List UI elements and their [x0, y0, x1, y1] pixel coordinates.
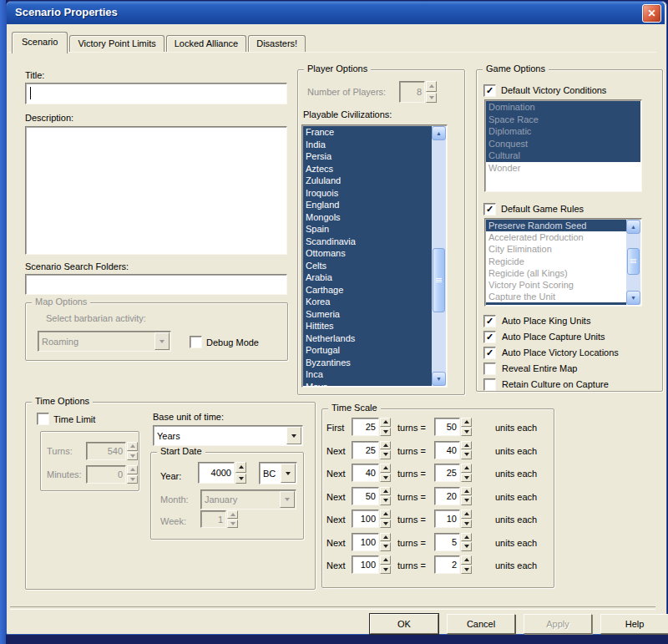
- civ-item-portugal[interactable]: Portugal: [303, 344, 432, 357]
- rule-item-regicide-all-kings[interactable]: Regicide (all Kings): [486, 267, 626, 279]
- civ-item-sumeria[interactable]: Sumeria: [303, 308, 432, 321]
- spin-down-button[interactable]: [461, 496, 472, 505]
- spin-up-button[interactable]: [461, 555, 472, 565]
- rule-item-accelerated-production[interactable]: Accelerated Production: [486, 231, 626, 243]
- spin-down-button[interactable]: [380, 565, 391, 575]
- scroll-up-button[interactable]: ▲: [626, 220, 640, 234]
- units-count-spinner[interactable]: 40: [434, 441, 472, 459]
- ok-button[interactable]: OK: [370, 614, 438, 634]
- year-spinner[interactable]: 4000: [198, 462, 246, 484]
- checkbox-auto-place-king-units[interactable]: ✓: [483, 315, 496, 327]
- civ-item-aztecs[interactable]: Aztecs: [303, 163, 432, 175]
- units-count-spinner[interactable]: 5: [434, 533, 472, 551]
- units-count-spinner-buttons[interactable]: [461, 464, 472, 482]
- rule-item-item[interactable]: [486, 302, 626, 305]
- scroll-thumb[interactable]: [433, 248, 445, 312]
- tab-victory-point-limits[interactable]: Victory Point Limits: [69, 35, 164, 53]
- victory-item-diplomatic[interactable]: Diplomatic: [486, 125, 640, 138]
- spin-up-button[interactable]: [461, 533, 472, 542]
- spin-down-button[interactable]: [461, 428, 472, 437]
- default-victory-conditions-checkbox[interactable]: ✓: [483, 84, 496, 97]
- turns-count-spinner[interactable]: 100: [352, 555, 391, 574]
- spin-up-button[interactable]: [461, 418, 472, 427]
- civ-item-zululand[interactable]: Zululand: [303, 175, 432, 187]
- spin-up-button[interactable]: [380, 418, 391, 427]
- turns-count-spinner-buttons[interactable]: [380, 555, 391, 574]
- spin-up-button[interactable]: [461, 441, 472, 450]
- checkbox-auto-place-capture-units[interactable]: ✓: [483, 331, 496, 343]
- turns-count-spinner-buttons[interactable]: [380, 510, 391, 528]
- units-count-spinner-buttons[interactable]: [461, 533, 472, 551]
- turns-count-spinner-buttons[interactable]: [380, 441, 391, 459]
- turns-count-spinner-buttons[interactable]: [380, 464, 391, 482]
- spin-up-button[interactable]: [461, 487, 472, 496]
- civ-item-arabia[interactable]: Arabia: [303, 271, 432, 284]
- rule-item-capture-the-unit[interactable]: Capture the Unit: [486, 291, 626, 302]
- checkbox-reveal-entire-map[interactable]: [483, 363, 496, 375]
- rule-item-preserve-random-seed[interactable]: Preserve Random Seed: [486, 220, 626, 231]
- spin-up-button[interactable]: [380, 464, 391, 473]
- civ-item-celts[interactable]: Celts: [303, 260, 432, 272]
- title-input[interactable]: [25, 83, 287, 104]
- civ-item-scandinavia[interactable]: Scandinavia: [303, 236, 432, 248]
- rules-list-scrollbar[interactable]: ▲ ▼: [626, 220, 640, 305]
- checkbox-retain-culture-on-capture[interactable]: [483, 378, 496, 391]
- spin-down-button[interactable]: [235, 474, 246, 484]
- civ-item-ottomans[interactable]: Ottomans: [303, 247, 432, 260]
- description-textarea[interactable]: [25, 126, 287, 255]
- turns-count-spinner[interactable]: 100: [352, 510, 391, 528]
- units-count-spinner[interactable]: 25: [434, 464, 472, 482]
- search-folders-input[interactable]: [25, 274, 287, 295]
- victory-item-conquest[interactable]: Conquest: [486, 138, 640, 150]
- spin-up-button[interactable]: [380, 510, 391, 519]
- playable-civilizations-listbox[interactable]: FranceIndiaPersiaAztecsZululandIroquoisE…: [301, 124, 448, 388]
- turns-count-spinner-buttons[interactable]: [380, 487, 391, 505]
- tab-scenario[interactable]: Scenario: [12, 32, 68, 53]
- civ-item-inca[interactable]: Inca: [303, 368, 432, 381]
- units-count-spinner-buttons[interactable]: [461, 487, 472, 505]
- game-rules-listbox[interactable]: Preserve Random SeedAccelerated Producti…: [484, 218, 642, 307]
- spin-down-button[interactable]: [380, 496, 391, 505]
- units-count-spinner-buttons[interactable]: [461, 441, 472, 459]
- civ-item-carthage[interactable]: Carthage: [303, 284, 432, 297]
- spin-up-button[interactable]: [235, 462, 246, 473]
- spin-down-button[interactable]: [461, 474, 472, 483]
- dropdown-arrow-button[interactable]: [281, 464, 296, 483]
- civ-item-korea[interactable]: Korea: [303, 296, 432, 308]
- rule-item-city-elimination[interactable]: City Elimination: [486, 243, 626, 255]
- spin-down-button[interactable]: [461, 542, 472, 551]
- civ-item-mongols[interactable]: Mongols: [303, 211, 432, 224]
- victory-item-cultural[interactable]: Cultural: [486, 150, 640, 162]
- scroll-up-button[interactable]: ▲: [432, 126, 446, 140]
- spin-up-button[interactable]: [380, 487, 391, 496]
- scroll-down-button[interactable]: ▼: [432, 372, 446, 386]
- turns-count-spinner[interactable]: 50: [352, 487, 391, 505]
- spin-up-button[interactable]: [380, 555, 391, 565]
- spin-down-button[interactable]: [461, 565, 472, 575]
- turns-count-spinner[interactable]: 100: [352, 533, 391, 551]
- turns-count-spinner[interactable]: 40: [352, 464, 391, 482]
- base-unit-combo[interactable]: Years: [153, 425, 303, 446]
- tab-disasters[interactable]: Disasters!: [248, 35, 306, 53]
- units-count-spinner-buttons[interactable]: [461, 418, 472, 436]
- spin-up-button[interactable]: [380, 533, 391, 542]
- units-count-spinner[interactable]: 2: [434, 555, 472, 574]
- scroll-down-button[interactable]: ▼: [626, 291, 640, 305]
- victory-item-space-race[interactable]: Space Race: [486, 114, 640, 126]
- spin-down-button[interactable]: [380, 428, 391, 437]
- victory-item-domination[interactable]: Domination: [486, 101, 640, 114]
- civ-item-iroquois[interactable]: Iroquois: [303, 187, 432, 200]
- checkbox-auto-place-victory-locations[interactable]: ✓: [483, 347, 496, 359]
- civ-item-hittites[interactable]: Hittites: [303, 320, 432, 332]
- civ-item-persia[interactable]: Persia: [303, 150, 432, 163]
- spin-up-button[interactable]: [461, 510, 472, 519]
- spin-up-button[interactable]: [461, 464, 472, 473]
- units-count-spinner-buttons[interactable]: [461, 555, 472, 574]
- debug-mode-checkbox[interactable]: [190, 336, 202, 348]
- units-count-spinner[interactable]: 50: [434, 418, 472, 436]
- rule-item-victory-point-scoring[interactable]: Victory Point Scoring: [486, 279, 626, 291]
- civ-item-netherlands[interactable]: Netherlands: [303, 332, 432, 345]
- turns-count-spinner-buttons[interactable]: [380, 533, 391, 551]
- civ-item-england[interactable]: England: [303, 199, 432, 211]
- rule-item-regicide[interactable]: Regicide: [486, 256, 626, 267]
